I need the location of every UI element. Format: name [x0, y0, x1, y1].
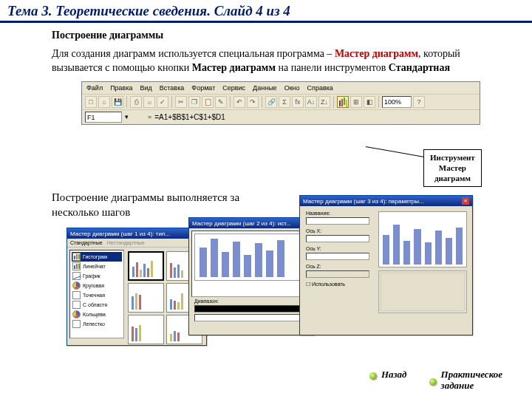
- wizard-screenshots: Мастер диаграмм (шаг 1 из 4): тип... × С…: [66, 222, 480, 377]
- subtype-5[interactable]: [128, 315, 164, 344]
- bullet-icon: [429, 378, 437, 386]
- link-icon[interactable]: 🔗: [265, 96, 277, 108]
- footer-nav: Назад Практическоезадание: [0, 369, 532, 392]
- print-icon[interactable]: ⎙: [130, 96, 142, 108]
- chart-wizard-icon[interactable]: [337, 96, 349, 108]
- wizard-step3: Мастер диаграмм (шаг 3 из 4): параметры.…: [299, 195, 473, 335]
- wizard-step2: Мастер диаграмм (шаг 2 из 4): ист... × Д…: [188, 217, 314, 335]
- wizard2-title: Мастер диаграмм (шаг 2 из 4): ист...: [192, 220, 291, 227]
- intro-paragraph: Для создания диаграмм используется специ…: [52, 47, 488, 75]
- tab-standard[interactable]: Стандартные: [70, 240, 103, 245]
- chart-type-list[interactable]: Гистограм Линейчат График Круговая Точеч…: [69, 250, 124, 338]
- input-z[interactable]: [306, 270, 369, 278]
- menu-tools[interactable]: Сервис: [222, 83, 245, 92]
- legend-preview: [378, 270, 467, 313]
- type-pie[interactable]: Круговая: [72, 281, 122, 290]
- cut-icon[interactable]: ✂: [175, 96, 187, 108]
- preview-icon[interactable]: ⌕: [143, 96, 155, 108]
- menu-help[interactable]: Справка: [307, 83, 333, 92]
- open-icon[interactable]: ⌂: [98, 96, 110, 108]
- sort-asc-icon[interactable]: A↓: [305, 96, 317, 108]
- menu-file[interactable]: Файл: [86, 83, 103, 92]
- label-z: Ось Z:: [306, 264, 369, 269]
- subtype-1[interactable]: [128, 251, 164, 281]
- p6: Стандартная: [389, 62, 450, 73]
- callout-l2: Мастер: [430, 163, 475, 174]
- copy-icon[interactable]: ❐: [188, 96, 200, 108]
- equals-label: =: [148, 112, 151, 121]
- spell-icon[interactable]: ✓: [157, 96, 168, 108]
- range-input[interactable]: [194, 305, 308, 313]
- formula-text[interactable]: =A1+$B$1+C$1+$D1: [154, 112, 225, 123]
- formula-bar: F1 ▾ = =A1+$B$1+C$1+$D1: [82, 110, 480, 124]
- slide-title: Тема 3. Теоретические сведения. Слайд 4 …: [0, 0, 532, 23]
- new-icon[interactable]: □: [85, 96, 97, 108]
- help-icon[interactable]: ?: [413, 96, 425, 108]
- type-donut[interactable]: Кольцева: [72, 310, 122, 319]
- series-input[interactable]: [194, 314, 308, 321]
- cell-reference[interactable]: F1: [85, 112, 122, 123]
- checkbox-use[interactable]: ☐ Использовать: [306, 282, 369, 287]
- sep: [126, 96, 127, 108]
- wizard3-titlebar: Мастер диаграмм (шаг 3 из 4): параметры.…: [300, 196, 472, 206]
- type-bar[interactable]: Линейчат: [72, 262, 122, 271]
- map-icon[interactable]: ⊞: [350, 96, 362, 108]
- p1: Для создания диаграмм используется специ…: [52, 48, 335, 59]
- nav-back[interactable]: Назад: [369, 369, 407, 381]
- menubar: Файл Правка Вид Вставка Формат Сервис Да…: [82, 82, 480, 95]
- menu-edit[interactable]: Правка: [110, 83, 132, 92]
- wizard1-title: Мастер диаграмм (шаг 1 из 4): тип...: [70, 231, 170, 237]
- p2: Мастер диаграмм: [335, 48, 418, 59]
- subtype-3[interactable]: [128, 283, 164, 313]
- p5: на панели инструментов: [276, 62, 389, 73]
- type-scatter[interactable]: Точечная: [72, 290, 122, 300]
- wizard1-titlebar: Мастер диаграмм (шаг 1 из 4): тип... ×: [67, 228, 206, 239]
- menu-view[interactable]: Вид: [140, 83, 152, 92]
- format-painter-icon[interactable]: ✎: [215, 96, 227, 108]
- sep: [262, 96, 262, 108]
- chart-preview: [191, 231, 311, 297]
- menu-data[interactable]: Данные: [253, 83, 277, 92]
- zoom-box[interactable]: 100%: [382, 96, 412, 108]
- chart-wizard-callout: Инструмент Мастер диаграмм: [423, 149, 482, 187]
- callout-l3: диаграмм: [430, 174, 475, 184]
- type-area[interactable]: С областя: [72, 300, 122, 310]
- wizard3-title: Мастер диаграмм (шаг 3 из 4): параметры.…: [303, 198, 424, 205]
- paste-icon[interactable]: 📋: [202, 96, 214, 108]
- tab-nonstandard[interactable]: Нестандартные: [107, 240, 145, 245]
- close-icon[interactable]: ×: [462, 197, 469, 205]
- bullet-icon: [369, 372, 377, 380]
- drawing-icon[interactable]: ◧: [364, 96, 375, 108]
- type-histogram[interactable]: Гистограм: [72, 252, 122, 262]
- sep: [378, 96, 379, 108]
- dropdown-icon[interactable]: ▾: [125, 112, 129, 121]
- label-y: Ось Y:: [306, 246, 369, 251]
- callout-l1: Инструмент: [430, 153, 475, 163]
- nav-back-label: Назад: [381, 369, 407, 381]
- wizard-step1: Мастер диаграмм (шаг 1 из 4): тип... × С…: [66, 228, 207, 346]
- menu-insert[interactable]: Вставка: [160, 83, 184, 92]
- menu-window[interactable]: Окно: [284, 83, 300, 92]
- undo-icon[interactable]: ↶: [233, 96, 245, 108]
- sum-icon[interactable]: Σ: [279, 96, 290, 108]
- sort-desc-icon[interactable]: Z↓: [318, 96, 330, 108]
- subheading: Построение диаграммы: [52, 29, 488, 43]
- p4: Мастер диаграмм: [192, 62, 276, 73]
- range-label: Диапазон:: [194, 299, 308, 304]
- nav-task[interactable]: Практическоезадание: [429, 369, 502, 392]
- content-area: Построение диаграммы Для создания диагра…: [0, 23, 532, 125]
- range-fields: Диапазон:: [191, 297, 311, 324]
- fx-icon[interactable]: fх: [292, 96, 304, 108]
- params-preview: [375, 208, 470, 319]
- type-radar[interactable]: Лепестко: [72, 319, 122, 329]
- toolbar-row: □ ⌂ 💾 ⎙ ⌕ ✓ ✂ ❐ 📋 ✎ ↶ ↷ 🔗 Σ fх A↓ Z↓ ⊞ ◧: [82, 95, 480, 110]
- type-line[interactable]: График: [72, 271, 122, 281]
- redo-icon[interactable]: ↷: [247, 96, 259, 108]
- menu-format[interactable]: Формат: [191, 83, 215, 92]
- wizard2-titlebar: Мастер диаграмм (шаг 2 из 4): ист... ×: [189, 218, 313, 228]
- input-title[interactable]: [306, 217, 369, 225]
- input-x[interactable]: [306, 235, 369, 242]
- sep: [230, 96, 231, 108]
- input-y[interactable]: [306, 253, 369, 260]
- save-icon[interactable]: 💾: [112, 96, 123, 108]
